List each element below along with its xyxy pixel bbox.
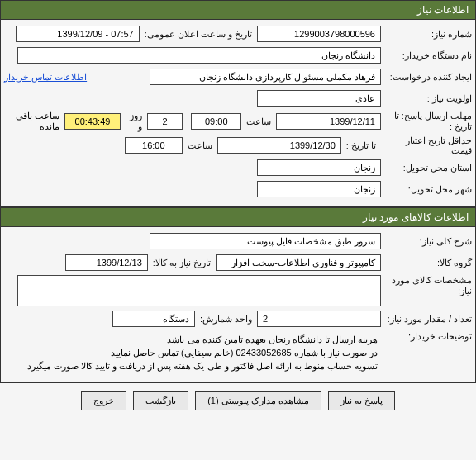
label-validity-to: تا تاریخ : (341, 140, 381, 151)
field-priority: عادی (257, 90, 381, 107)
label-priority: اولویت نیاز : (381, 93, 472, 104)
label-deadline: مهلت ارسال پاسخ: تا تاریخ : (381, 111, 472, 132)
field-group: کامپیوتر و فناوری اطلاعات-سخت افزار (216, 254, 381, 271)
label-validity-time: ساعت (183, 140, 217, 151)
field-validity-time: 16:00 (125, 137, 183, 154)
field-city: زنجان (257, 181, 381, 197)
reply-button[interactable]: پاسخ به نیاز (328, 391, 395, 410)
field-buyer: دانشگاه زنجان (17, 47, 381, 64)
field-notes: هزینه ارسال تا دانشگاه زنجان بعهده تامین… (17, 331, 381, 374)
view-attachments-button[interactable]: مشاهده مدارک پیوستی (1) (195, 391, 321, 410)
field-qty: 2 (257, 311, 381, 327)
field-desc: سرور طبق مشخصات فایل پیوست (150, 233, 381, 249)
section-body-need-info: شماره نیاز: 1299003798000596 تاریخ و ساع… (0, 20, 476, 207)
field-validity-date: 1399/12/30 (217, 137, 341, 154)
link-buyer-contact[interactable]: اطلاعات تماس خریدار (4, 72, 93, 83)
field-province: زنجان (257, 159, 381, 176)
notes-line: تسویه حساب منوط به ارائه اصل فاکتور و طی… (21, 359, 378, 372)
label-desc: شرح کلی نیاز: (381, 236, 472, 247)
field-requester: فرهاد مکملی مسئو ل کارپردازی دانشگاه زنج… (150, 69, 381, 85)
field-unit: دستگاه (112, 311, 195, 327)
field-remaining-time: 00:43:49 (64, 113, 121, 130)
label-notes: توضیحات خریدار: (381, 331, 472, 342)
section-body-goods: شرح کلی نیاز: سرور طبق مشخصات فایل پیوست… (0, 227, 476, 383)
field-spec (17, 275, 381, 306)
label-buyer: نام دستگاه خریدار: (381, 50, 472, 61)
label-province: استان محل تحویل: (381, 163, 472, 173)
label-deadline-time: ساعت (241, 116, 276, 127)
label-need-date: تاریخ نیاز به کالا: (148, 258, 216, 268)
label-qty: تعداد / مقدار مورد نیاز: (381, 314, 472, 325)
label-requester: ایجاد کننده درخواست: (381, 72, 472, 83)
section-title-goods: اطلاعات کالاهای مورد نیاز (363, 211, 469, 223)
label-remaining: ساعت باقی مانده (4, 111, 64, 132)
label-validity: حداقل تاریخ اعتبار قیمت: (381, 135, 472, 155)
label-announce: تاریخ و ساعت اعلان عمومی: (140, 29, 257, 40)
section-header-need-info: اطلاعات نیاز (0, 0, 476, 20)
field-deadline-days: 2 (147, 113, 183, 130)
field-deadline-time: 09:00 (191, 113, 241, 130)
label-need-no: شماره نیاز: (381, 29, 472, 40)
button-bar: پاسخ به نیاز مشاهده مدارک پیوستی (1) باز… (0, 383, 476, 419)
exit-button[interactable]: خروج (81, 391, 126, 410)
section-header-goods: اطلاعات کالاهای مورد نیاز (0, 207, 476, 227)
field-need-date: 1399/12/13 (65, 254, 148, 271)
field-need-no: 1299003798000596 (257, 26, 381, 42)
label-days: روز و (121, 111, 146, 132)
label-spec: مشخصات کالای مورد نیاز: (381, 275, 472, 296)
section-title: اطلاعات نیاز (417, 4, 469, 16)
notes-line: هزینه ارسال تا دانشگاه زنجان بعهده تامین… (21, 333, 378, 346)
field-announce: 07:57 - 1399/12/09 (16, 26, 140, 42)
notes-line: در صورت نیاز با شماره 02433052685 (خانم … (21, 346, 378, 359)
label-unit: واحد شمارش: (195, 314, 257, 325)
label-city: شهر محل تحویل: (381, 184, 472, 195)
back-button[interactable]: بازگشت (133, 391, 188, 410)
field-deadline-date: 1399/12/11 (276, 113, 381, 130)
label-group: گروه کالا: (381, 258, 472, 268)
